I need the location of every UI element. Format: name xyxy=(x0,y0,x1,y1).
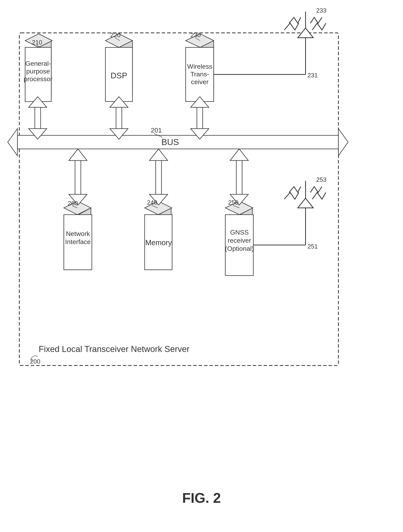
gnss-label3: (Optional) xyxy=(225,245,254,252)
ni-label2: Interface xyxy=(65,238,91,245)
ref-233: 233 xyxy=(316,7,327,14)
ant253-wave-left1 xyxy=(289,187,301,192)
mem-label: Memory xyxy=(145,239,172,247)
arrow-ni-top xyxy=(69,149,87,160)
bus-right-arrow xyxy=(338,129,348,156)
arrow-mem-shaft xyxy=(156,156,162,199)
arrow-gnss-shaft xyxy=(236,156,242,199)
wt-label1: Wireless xyxy=(187,63,212,70)
bus-left-arrow xyxy=(8,129,17,156)
dsp-label: DSP xyxy=(111,71,127,80)
ant253-wave-right2 xyxy=(312,192,326,199)
diagram-svg: General- purpose processor DSP Wireless … xyxy=(0,0,403,532)
bus-label: BUS xyxy=(162,137,179,147)
ant233-wave-left2 xyxy=(284,23,299,30)
main-box-label: Fixed Local Transceiver Network Server xyxy=(39,344,189,354)
ref-240: 240 xyxy=(147,199,157,206)
ant253-triangle xyxy=(298,198,313,208)
arrow-mem-top xyxy=(150,149,168,160)
gpp-label2: purpose xyxy=(26,68,50,75)
wt-label3: ceiver xyxy=(191,78,209,85)
gpp-label: General- xyxy=(25,60,51,67)
fig-caption: FIG. 2 xyxy=(182,490,221,506)
ref-250: 250 xyxy=(228,199,239,206)
ref-210: 210 xyxy=(32,39,42,46)
arrow-ni-shaft xyxy=(75,156,81,199)
gnss-label2: receiver xyxy=(228,237,251,244)
ref-260: 260 xyxy=(68,200,78,207)
bus-ref: 201 xyxy=(151,127,162,134)
ref-230: 230 xyxy=(190,32,201,38)
ant233-wave-left1 xyxy=(289,17,301,23)
ant253-wave-right1 xyxy=(310,187,322,192)
ant233-wave-right1 xyxy=(310,17,322,23)
ant253-wave-left2 xyxy=(284,192,299,199)
main-box xyxy=(19,33,338,366)
gpp-label3: processor xyxy=(24,75,52,82)
ref-200: 200 xyxy=(30,358,40,365)
wt-label2: Trans- xyxy=(190,70,209,78)
ref-251: 251 xyxy=(308,243,318,250)
arrow-gnss-top xyxy=(230,149,248,160)
ref-220: 220 xyxy=(110,32,120,38)
ant233-wave-right2 xyxy=(312,23,326,30)
ref-253: 253 xyxy=(316,176,327,183)
ni-label1: Network xyxy=(66,230,90,237)
ref-231: 231 xyxy=(308,72,318,79)
gnss-label1: GNSS xyxy=(230,228,249,236)
